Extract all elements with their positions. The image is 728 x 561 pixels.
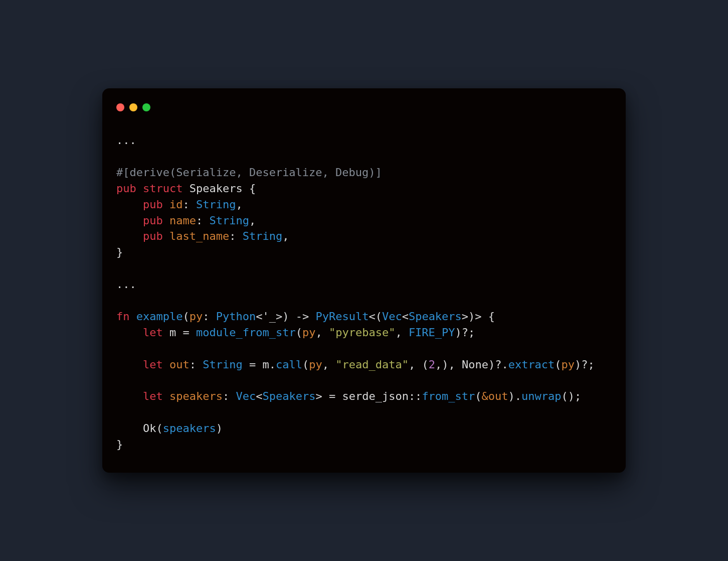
comma: , — [409, 358, 415, 371]
paren-close: ) — [442, 358, 448, 371]
code-ellipsis: ... — [116, 278, 136, 291]
comma: , — [448, 358, 455, 371]
arg-py: py — [309, 358, 322, 371]
dot: . — [501, 358, 508, 371]
indent — [116, 390, 143, 402]
none: None — [462, 358, 488, 371]
type-string: String — [243, 230, 282, 242]
colon: : — [190, 358, 196, 371]
paren-close: ) — [508, 390, 515, 402]
field-last-name: last_name — [169, 230, 229, 242]
paren-open: ( — [296, 326, 302, 339]
eq: = — [322, 390, 342, 402]
field-name: name — [169, 214, 196, 227]
paren-open: ( — [422, 358, 428, 371]
qmark-semi: ?; — [462, 326, 475, 339]
comma: , — [282, 230, 289, 242]
ok: Ok — [143, 422, 156, 435]
str-pyrebase: "pyrebase" — [329, 326, 395, 339]
colon: : — [223, 390, 229, 402]
comma: , — [249, 214, 256, 227]
paren-open: ( — [183, 310, 189, 323]
fn-call: call — [276, 358, 302, 371]
arg-py: py — [302, 326, 316, 339]
derive-attribute: #[derive(Serialize, Deserialize, Debug)] — [116, 166, 382, 179]
amp-out: &out — [482, 390, 508, 402]
comma: , — [395, 326, 402, 339]
close-icon[interactable] — [116, 103, 124, 111]
colon: : — [196, 214, 203, 227]
brace-close: } — [116, 438, 123, 451]
var-out: out — [169, 358, 190, 371]
colon: : — [183, 198, 189, 211]
comma: , — [236, 198, 242, 211]
indent — [116, 422, 143, 435]
indent — [116, 230, 143, 242]
zoom-icon[interactable] — [142, 103, 150, 111]
dot: . — [515, 390, 521, 402]
fn-module-from-str: module_from_str — [196, 326, 296, 339]
colon: : — [229, 230, 236, 242]
kw-pub: pub — [143, 230, 163, 242]
code-window: ... #[derive(Serialize, Deserialize, Deb… — [102, 88, 626, 473]
type-vec: Vec — [236, 390, 256, 402]
lt: < — [402, 310, 409, 323]
struct-name: Speakers — [190, 182, 243, 195]
lt: < — [369, 310, 375, 323]
semi: ; — [575, 390, 581, 402]
type-string: String — [196, 198, 236, 211]
brace-close: } — [116, 246, 123, 258]
field-id: id — [169, 198, 183, 211]
gt: > — [315, 390, 322, 402]
comma: , — [315, 326, 322, 339]
indent — [116, 358, 143, 371]
paren-close: ) — [468, 310, 475, 323]
arrow: -> — [289, 310, 315, 323]
type-speakers: Speakers — [409, 310, 462, 323]
paren-close: ) — [455, 326, 462, 339]
gt: > — [475, 310, 481, 323]
type-string: String — [203, 358, 242, 371]
fn-from-str: from_str — [422, 390, 475, 402]
fn-unwrap: unwrap — [521, 390, 561, 402]
traffic-lights — [116, 103, 612, 111]
type-speakers: Speakers — [262, 390, 315, 402]
var-speakers: speakers — [163, 422, 216, 435]
code-ellipsis: ... — [116, 134, 136, 147]
comma: , — [322, 358, 329, 371]
var-m: m — [262, 358, 269, 371]
lt: < — [256, 390, 262, 402]
brace-open: { — [243, 182, 256, 195]
arg-py: py — [562, 358, 575, 371]
dot: . — [269, 358, 276, 371]
colon: : — [203, 310, 209, 323]
kw-struct: struct — [143, 182, 183, 195]
serde-json: serde_json — [342, 390, 408, 402]
double-colon: :: — [409, 390, 422, 402]
var-m: m — [169, 326, 176, 339]
paren-open: ( — [555, 358, 561, 371]
paren-open: ( — [156, 422, 162, 435]
paren-open: ( — [475, 390, 481, 402]
code-block: ... #[derive(Serialize, Deserialize, Deb… — [116, 132, 612, 453]
paren-close: ) — [282, 310, 289, 323]
minimize-icon[interactable] — [129, 103, 137, 111]
qmark: ? — [495, 358, 501, 371]
str-read-data: "read_data" — [335, 358, 409, 371]
empty-args: () — [562, 390, 575, 402]
kw-pub: pub — [143, 198, 163, 211]
paren-close: ) — [488, 358, 495, 371]
comma: , — [435, 358, 442, 371]
param-py: py — [190, 310, 203, 323]
paren-close: ) — [575, 358, 581, 371]
eq: = — [176, 326, 196, 339]
kw-pub: pub — [116, 182, 136, 195]
eq: = — [243, 358, 263, 371]
type-pyresult: PyResult — [315, 310, 369, 323]
kw-pub: pub — [143, 214, 163, 227]
type-string: String — [209, 214, 249, 227]
type-vec: Vec — [382, 310, 402, 323]
kw-fn: fn — [116, 310, 130, 323]
indent — [116, 326, 143, 339]
kw-let: let — [143, 390, 163, 402]
